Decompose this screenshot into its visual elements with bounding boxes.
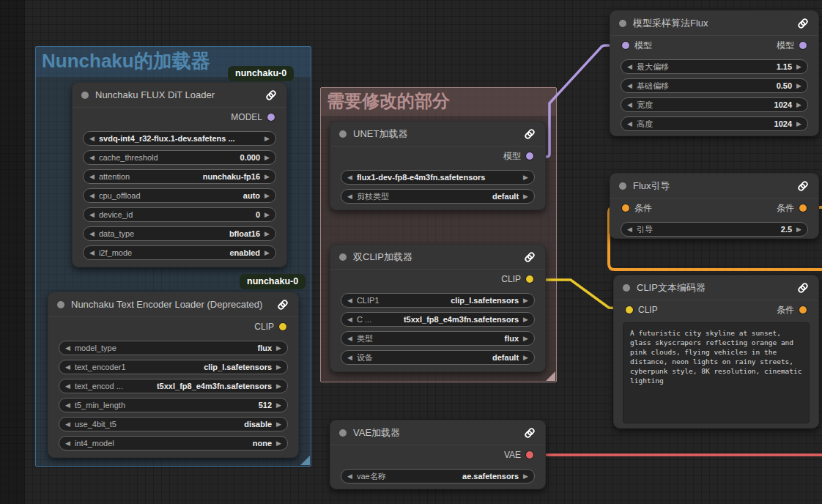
widget-cache-threshold[interactable]: ◀ cache_threshold 0.000 ▶ <box>83 150 276 165</box>
node-title-bar[interactable]: UNET加载器 <box>330 122 545 147</box>
input-slot-conditioning[interactable]: 条件 <box>622 202 652 215</box>
left-arrow-icon[interactable]: ◀ <box>347 336 352 342</box>
left-arrow-icon[interactable]: ◀ <box>627 102 632 108</box>
conditioning-slot-icon[interactable] <box>622 204 629 212</box>
link-icon[interactable] <box>523 426 536 440</box>
widget-data-type[interactable]: ◀ data_type bfloat16 ▶ <box>83 226 276 241</box>
node-nunchaku-text-encoder-loader[interactable]: Nunchaku Text Encoder Loader (Deprecated… <box>48 292 299 458</box>
widget-i2f-mode[interactable]: ◀ i2f_mode enabled ▶ <box>83 245 276 260</box>
widget-device-id[interactable]: ◀ device_id 0 ▶ <box>83 207 276 222</box>
widget-text-encoder1[interactable]: ◀ text_encoder1 clip_l.safetensors ▶ <box>59 360 288 374</box>
link-icon[interactable] <box>523 127 536 141</box>
right-arrow-icon[interactable]: ▶ <box>523 193 528 200</box>
clip-slot-icon[interactable] <box>279 323 286 330</box>
right-arrow-icon[interactable]: ▶ <box>796 64 801 70</box>
right-arrow-icon[interactable]: ▶ <box>264 174 270 180</box>
model-slot-icon[interactable] <box>622 42 629 49</box>
right-arrow-icon[interactable]: ▶ <box>276 364 281 371</box>
right-arrow-icon[interactable]: ▶ <box>523 336 528 342</box>
output-slot-conditioning[interactable]: 条件 <box>777 304 807 316</box>
model-slot-icon[interactable] <box>799 42 807 49</box>
right-arrow-icon[interactable]: ▶ <box>264 231 270 237</box>
left-arrow-icon[interactable]: ◀ <box>627 64 632 70</box>
right-arrow-icon[interactable]: ▶ <box>796 226 801 233</box>
right-arrow-icon[interactable]: ▶ <box>523 297 528 304</box>
link-icon[interactable] <box>796 281 810 294</box>
node-title-bar[interactable]: VAE加载器 <box>330 420 545 445</box>
left-arrow-icon[interactable]: ◀ <box>65 345 70 352</box>
node-vae-loader[interactable]: VAE加载器 VAE ◀ vae名称 ae.safetensors ▶ <box>330 420 546 489</box>
output-slot-clip[interactable]: CLIP <box>254 322 286 332</box>
link-icon[interactable] <box>796 179 810 193</box>
node-title-bar[interactable]: Nunchaku FLUX DiT Loader <box>73 83 286 108</box>
right-arrow-icon[interactable]: ▶ <box>264 155 270 161</box>
left-arrow-icon[interactable]: ◀ <box>89 212 95 218</box>
widget-unet-name[interactable]: ◀ flux1-dev-fp8-e4m3fn.safetensors ▶ <box>341 170 535 185</box>
model-slot-icon[interactable] <box>526 152 533 160</box>
collapse-dot-icon[interactable] <box>81 92 89 99</box>
right-arrow-icon[interactable]: ▶ <box>264 136 270 142</box>
node-unet-loader[interactable]: UNET加载器 模型 ◀ flux1-dev-fp8-e4m3fn.safete… <box>330 121 546 210</box>
node-flux-guidance[interactable]: Flux引导 条件 条件 ◀ 引导 2.5 ▶ <box>610 173 819 239</box>
output-slot-vae[interactable]: VAE <box>504 450 533 460</box>
node-clip-text-encode[interactable]: CLIP文本编码器 CLIP 条件 A futuristic city skyl… <box>613 275 819 429</box>
left-arrow-icon[interactable]: ◀ <box>89 193 95 199</box>
widget-clip1[interactable]: ◀ CLIP1 clip_l.safetensors ▶ <box>341 293 535 308</box>
widget-height[interactable]: ◀ 高度 1024 ▶ <box>621 116 808 131</box>
right-arrow-icon[interactable]: ▶ <box>523 355 528 361</box>
collapse-dot-icon[interactable] <box>623 284 630 292</box>
output-slot-model[interactable]: MODEL <box>231 112 275 122</box>
node-dual-clip-loader[interactable]: 双CLIP加载器 CLIP ◀ CLIP1 clip_l.safetensors… <box>330 244 546 372</box>
node-title-bar[interactable]: 模型采样算法Flux <box>610 11 818 36</box>
widget-t5-min-length[interactable]: ◀ t5_min_length 512 ▶ <box>59 398 288 412</box>
widget-type[interactable]: ◀ 类型 flux ▶ <box>341 331 535 346</box>
left-arrow-icon[interactable]: ◀ <box>347 316 352 323</box>
input-slot-model[interactable]: 模型 <box>622 40 652 52</box>
collapse-dot-icon[interactable] <box>339 429 347 437</box>
node-title-bar[interactable]: Flux引导 <box>610 174 818 199</box>
link-icon[interactable] <box>264 89 278 102</box>
output-slot-model[interactable]: 模型 <box>503 150 533 163</box>
left-arrow-icon[interactable]: ◀ <box>89 250 95 256</box>
group-resize-handle[interactable] <box>300 456 310 465</box>
right-arrow-icon[interactable]: ▶ <box>276 383 281 390</box>
node-title-bar[interactable]: CLIP文本编码器 <box>614 275 818 300</box>
widget-max-shift[interactable]: ◀ 最大偏移 1.15 ▶ <box>621 59 808 74</box>
link-icon[interactable] <box>276 298 289 311</box>
widget-text-encoder2[interactable]: ◀ text_encod ... t5xxl_fp8_e4m3fn.safete… <box>59 379 288 393</box>
left-arrow-icon[interactable]: ◀ <box>347 193 352 200</box>
group-resize-handle[interactable] <box>546 371 555 381</box>
widget-guidance[interactable]: ◀ 引导 2.5 ▶ <box>621 222 808 237</box>
right-arrow-icon[interactable]: ▶ <box>276 421 281 428</box>
right-arrow-icon[interactable]: ▶ <box>523 316 528 323</box>
right-arrow-icon[interactable]: ▶ <box>796 83 801 89</box>
collapse-dot-icon[interactable] <box>339 130 347 138</box>
left-arrow-icon[interactable]: ◀ <box>347 355 352 361</box>
link-icon[interactable] <box>523 251 536 264</box>
widget-int4-model[interactable]: ◀ int4_model none ▶ <box>59 436 288 451</box>
right-arrow-icon[interactable]: ▶ <box>264 193 270 199</box>
left-arrow-icon[interactable]: ◀ <box>89 136 95 142</box>
left-arrow-icon[interactable]: ◀ <box>89 174 95 180</box>
node-model-sampling-flux[interactable]: 模型采样算法Flux 模型 模型 ◀ 最大偏移 1.15 ▶ ◀ 基础偏移 0.… <box>610 10 819 136</box>
left-arrow-icon[interactable]: ◀ <box>89 231 95 237</box>
right-arrow-icon[interactable]: ▶ <box>523 174 528 181</box>
widget-clip2[interactable]: ◀ C ... t5xxl_fp8_e4m3fn.safetensors ▶ <box>341 312 535 327</box>
widget-use-4bit-t5[interactable]: ◀ use_4bit_t5 disable ▶ <box>59 417 288 431</box>
clip-slot-icon[interactable] <box>526 275 533 283</box>
right-arrow-icon[interactable]: ▶ <box>264 250 270 256</box>
widget-weight-dtype[interactable]: ◀ 剪枝类型 default ▶ <box>341 189 535 204</box>
left-arrow-icon[interactable]: ◀ <box>65 364 70 371</box>
collapse-dot-icon[interactable] <box>619 20 626 27</box>
widget-vae-name[interactable]: ◀ vae名称 ae.safetensors ▶ <box>341 469 535 483</box>
group-title[interactable]: 需要修改的部分 <box>321 88 556 116</box>
node-title-bar[interactable]: 双CLIP加载器 <box>330 245 545 270</box>
left-arrow-icon[interactable]: ◀ <box>347 174 352 181</box>
left-arrow-icon[interactable]: ◀ <box>347 473 352 480</box>
node-title-bar[interactable]: Nunchaku Text Encoder Loader (Deprecated… <box>48 292 298 317</box>
right-arrow-icon[interactable]: ▶ <box>796 121 801 127</box>
widget-width[interactable]: ◀ 宽度 1024 ▶ <box>621 97 808 112</box>
link-icon[interactable] <box>796 17 810 30</box>
collapse-dot-icon[interactable] <box>339 253 347 261</box>
left-arrow-icon[interactable]: ◀ <box>627 83 632 89</box>
